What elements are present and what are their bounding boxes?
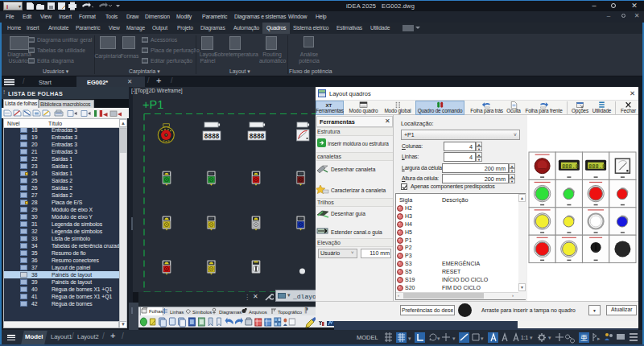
svg-text:▾: ▾ — [548, 335, 551, 340]
svg-text:8888: 8888 — [250, 133, 265, 140]
svg-text:Símbolos: Símbolos — [192, 310, 212, 315]
svg-text:888.8: 888.8 — [588, 163, 605, 170]
svg-text:XT: XT — [325, 102, 332, 108]
svg-text:▾: ▾ — [481, 336, 484, 341]
svg-text:▾: ▾ — [530, 335, 533, 340]
svg-text:亜: 亜 — [580, 334, 588, 342]
svg-text:▸: ▸ — [597, 336, 601, 341]
svg-text:Folhas: Folhas — [149, 309, 163, 314]
svg-text:+P1: +P1 — [142, 98, 163, 111]
svg-text:▾: ▾ — [452, 336, 456, 341]
svg-text:Diagramas: Diagramas — [219, 310, 242, 315]
svg-text:1:1: 1:1 — [521, 335, 528, 340]
svg-text:Topográfico: Topográfico — [278, 310, 303, 315]
svg-text:[-][Top][2D Wireframe]: [-][Top][2D Wireframe] — [131, 88, 183, 94]
svg-text:8888: 8888 — [204, 133, 220, 140]
svg-text:▾: ▾ — [408, 336, 411, 341]
svg-text:Linhas: Linhas — [170, 310, 184, 315]
svg-text:▾: ▾ — [437, 336, 440, 341]
svg-text:888.8: 888.8 — [562, 163, 579, 170]
svg-text:Arquivos: Arquivos — [249, 310, 267, 315]
